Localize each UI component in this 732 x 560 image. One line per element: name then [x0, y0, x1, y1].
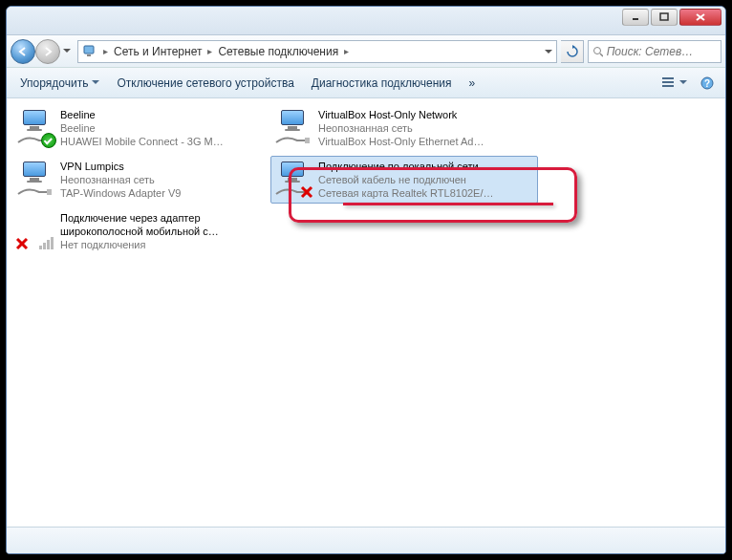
- address-bar[interactable]: ▸ Сеть и Интернет ▸ Сетевые подключения …: [77, 40, 557, 63]
- svg-point-6: [594, 47, 601, 54]
- search-box[interactable]: [588, 40, 721, 63]
- connection-sub1: Неопознанная сеть: [60, 173, 181, 186]
- chevron-right-icon: ▸: [344, 46, 349, 56]
- titlebar: [7, 7, 725, 35]
- connection-sub1: Нет подключения: [60, 238, 257, 251]
- svg-rect-8: [662, 77, 674, 79]
- connection-item-vpn[interactable]: VPN Lumpics Неопознанная сеть TAP-Window…: [12, 156, 261, 204]
- help-button[interactable]: ?: [695, 73, 720, 94]
- svg-rect-14: [305, 138, 310, 143]
- organize-label: Упорядочить: [20, 76, 88, 90]
- organize-menu[interactable]: Упорядочить: [12, 73, 107, 94]
- svg-line-7: [600, 54, 603, 56]
- connection-sub1: Неопознанная сеть: [318, 121, 484, 135]
- connection-name: Подключение по локальной сети: [318, 160, 494, 173]
- connection-sub1: Сетевой кабель не подключен: [318, 173, 494, 186]
- maximize-button[interactable]: [651, 9, 678, 26]
- svg-rect-15: [47, 189, 52, 195]
- connection-item-lan[interactable]: Подключение по локальной сети Сетевой ка…: [270, 156, 538, 204]
- connection-sub1: Beeline: [60, 121, 224, 135]
- connection-name: VPN Lumpics: [60, 160, 181, 173]
- signal-bars-icon: [39, 237, 54, 249]
- status-bar: [7, 527, 725, 553]
- network-icon: [82, 44, 97, 59]
- svg-rect-9: [662, 81, 674, 83]
- svg-text:?: ?: [704, 78, 710, 89]
- diagnose-label: Диагностика подключения: [312, 76, 452, 90]
- chevron-right-icon: ▸: [207, 46, 212, 56]
- status-error-icon: [14, 236, 30, 251]
- minimize-button[interactable]: [622, 9, 649, 26]
- disable-device-button[interactable]: Отключение сетевого устройства: [109, 73, 301, 94]
- breadcrumb-part[interactable]: Сеть и Интернет: [114, 45, 202, 58]
- connection-sub2: VirtualBox Host-Only Ethernet Ad…: [318, 135, 484, 148]
- close-button[interactable]: [679, 9, 721, 26]
- connection-icon: [16, 211, 54, 249]
- svg-rect-10: [662, 85, 674, 87]
- connection-item-mobile[interactable]: Подключение через адаптер широкополосной…: [12, 207, 261, 255]
- back-button[interactable]: [11, 39, 35, 64]
- svg-rect-5: [87, 54, 91, 56]
- connection-sub2: HUAWEI Mobile Connect - 3G M…: [60, 135, 224, 148]
- connection-item-beeline[interactable]: Beeline Beeline HUAWEI Mobile Connect - …: [12, 104, 261, 152]
- svg-rect-4: [84, 46, 94, 54]
- forward-button[interactable]: [35, 39, 60, 64]
- connection-icon: [274, 108, 312, 146]
- content-area: Beeline Beeline HUAWEI Mobile Connect - …: [7, 98, 725, 527]
- command-bar: Упорядочить Отключение сетевого устройст…: [7, 68, 725, 98]
- connection-name: VirtualBox Host-Only Network: [318, 108, 484, 121]
- refresh-button[interactable]: [561, 40, 584, 63]
- search-input[interactable]: [607, 45, 717, 58]
- connection-item-virtualbox[interactable]: VirtualBox Host-Only Network Неопознанна…: [270, 104, 538, 152]
- more-commands[interactable]: »: [462, 73, 484, 94]
- disable-label: Отключение сетевого устройства: [117, 76, 293, 90]
- connection-icon: [16, 160, 54, 198]
- explorer-window: ▸ Сеть и Интернет ▸ Сетевые подключения …: [6, 6, 726, 554]
- status-error-icon: [299, 184, 314, 200]
- connection-sub2: Сетевая карта Realtek RTL8102E/…: [318, 186, 494, 200]
- svg-rect-1: [660, 13, 668, 20]
- addr-dropdown-icon[interactable]: [545, 45, 552, 58]
- nav-history-dropdown[interactable]: [60, 40, 74, 63]
- connection-icon: [274, 160, 312, 198]
- chevron-right-icon: ▸: [103, 46, 108, 56]
- connection-sub2: TAP-Windows Adapter V9: [60, 186, 181, 200]
- breadcrumb-part[interactable]: Сетевые подключения: [218, 45, 338, 58]
- chevron-down-icon: [679, 80, 687, 85]
- connection-icon: [16, 108, 54, 146]
- view-options-button[interactable]: [657, 73, 693, 94]
- connection-name: Подключение через адаптер широкополосной…: [60, 211, 257, 238]
- more-label: »: [469, 76, 476, 90]
- diagnose-button[interactable]: Диагностика подключения: [304, 73, 460, 94]
- connection-name: Beeline: [60, 108, 224, 121]
- search-icon: [592, 46, 603, 57]
- navbar: ▸ Сеть и Интернет ▸ Сетевые подключения …: [7, 35, 725, 68]
- status-ok-icon: [41, 133, 56, 148]
- chevron-down-icon: [92, 80, 99, 85]
